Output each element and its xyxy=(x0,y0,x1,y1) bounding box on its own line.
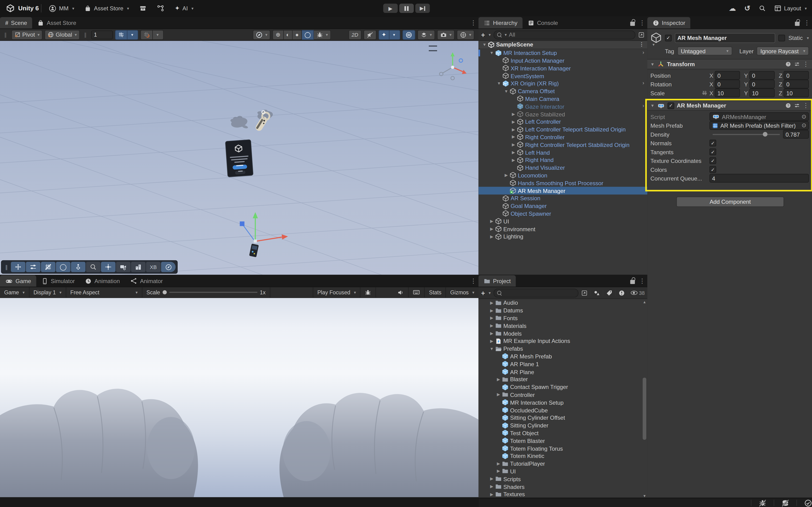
project-row[interactable]: Totem Blaster xyxy=(478,437,648,445)
focus-mode-dropdown[interactable]: Play Focused▾ xyxy=(313,287,361,297)
hierarchy-row[interactable]: AR Mesh Manager xyxy=(478,187,648,194)
tag-dropdown[interactable]: Untagged▾ xyxy=(677,47,732,55)
slider-handle[interactable] xyxy=(163,290,167,294)
transform-header[interactable]: ▼ Transform ? ⋮ xyxy=(647,59,812,69)
project-row[interactable]: AR Plane xyxy=(478,368,648,376)
lock-icon[interactable] xyxy=(630,21,635,25)
project-row[interactable]: Sitting Cylinder xyxy=(478,421,648,429)
hierarchy-row[interactable]: Gaze Interactor› xyxy=(478,103,648,110)
debug-pause-button[interactable] xyxy=(361,287,376,297)
camera-preview-button[interactable] xyxy=(116,262,131,272)
hierarchy-row[interactable]: ▶Right Controller Teleport Stabilized Or… xyxy=(478,141,648,149)
foldout-arrow[interactable]: ▶ xyxy=(489,339,495,343)
normals-checkbox[interactable]: ✓ xyxy=(710,139,716,147)
project-row[interactable]: ▶Audio xyxy=(478,299,648,307)
game-keyboard-button[interactable] xyxy=(409,287,425,297)
transform-position-z-field[interactable]: 0 xyxy=(784,71,809,79)
foldout-arrow[interactable]: ▶ xyxy=(511,150,516,155)
foldout-arrow[interactable]: ▼ xyxy=(503,89,509,94)
transform-gizmo[interactable] xyxy=(233,199,295,261)
cache-server-disabled-icon[interactable] xyxy=(781,499,789,507)
game-audio-toggle[interactable] xyxy=(393,287,409,297)
project-row[interactable]: ▶TutorialPlayer xyxy=(478,460,648,467)
active-checkbox[interactable]: ✓ xyxy=(665,35,672,41)
create-button[interactable]: + xyxy=(481,31,485,39)
step-button[interactable]: ▶ xyxy=(415,3,430,13)
unlit-button[interactable]: ● xyxy=(293,30,302,40)
hierarchy-search-input[interactable]: ▾ All xyxy=(493,30,636,39)
static-dropdown-icon[interactable]: ▾ xyxy=(807,36,809,40)
project-row[interactable]: ▶Fonts xyxy=(478,314,648,322)
hierarchy-row[interactable]: ▶Environment xyxy=(478,225,648,233)
project-row[interactable]: ▶Blaster xyxy=(478,376,648,383)
project-row[interactable]: ▶Shaders xyxy=(478,483,648,491)
project-row[interactable]: Sitting Cylinder Offset xyxy=(478,414,648,421)
hierarchy-row[interactable]: ▶Lighting xyxy=(478,233,648,241)
open-prefab-chevron[interactable]: › xyxy=(643,50,644,55)
transform-rotation-z-field[interactable]: 0 xyxy=(784,79,809,88)
foldout-arrow[interactable]: ▶ xyxy=(489,219,495,224)
hierarchy-row[interactable]: ▶Right Controller xyxy=(478,133,648,141)
colors-checkbox[interactable]: ✓ xyxy=(710,166,716,173)
debugger-disabled-icon[interactable] xyxy=(759,499,766,507)
cloud-icon[interactable]: ☁ xyxy=(729,4,736,12)
hierarchy-row[interactable]: AR Session xyxy=(478,194,648,202)
foldout-arrow[interactable]: ▼ xyxy=(496,81,502,86)
foldout-arrow[interactable]: ▶ xyxy=(496,461,501,466)
tab-animator[interactable]: Animator xyxy=(125,275,168,287)
hierarchy-row[interactable]: ▶Right Hand xyxy=(478,156,648,164)
hierarchy-row[interactable]: XR Interaction Manager xyxy=(478,64,648,72)
foldout-arrow[interactable]: ▶ xyxy=(489,331,495,336)
grid-snapping-dropdown[interactable]: ▾ xyxy=(128,30,138,40)
project-row[interactable]: ▶Materials xyxy=(478,322,648,330)
grid-toggle-button[interactable] xyxy=(41,262,55,272)
lock-icon[interactable] xyxy=(630,280,635,284)
move-tool-button[interactable] xyxy=(11,262,26,272)
project-row[interactable]: ▶Textures xyxy=(478,490,648,498)
stats-toggle[interactable]: Stats xyxy=(425,287,446,297)
pivot-mode-dropdown[interactable]: Pivot ▾ xyxy=(11,30,43,40)
concurrent-queue-field[interactable]: 4 xyxy=(710,174,809,183)
hierarchy-row[interactable]: Main Camera xyxy=(478,95,648,103)
component-enabled-checkbox[interactable]: ✓ xyxy=(667,102,674,109)
hierarchy-row[interactable]: Hands Smoothing Post Processor xyxy=(478,179,648,187)
density-field[interactable]: 0.787 xyxy=(783,130,809,138)
transform-position-y-field[interactable]: 0 xyxy=(750,71,775,79)
create-dropdown-icon[interactable]: ▾ xyxy=(489,33,491,37)
importance-filter-icon[interactable] xyxy=(618,289,625,296)
hierarchy-row[interactable]: EventSystem xyxy=(478,72,648,80)
play-button[interactable]: ▶ xyxy=(383,3,398,13)
hierarchy-row[interactable]: ▶Left Controller Teleport Stabilized Ori… xyxy=(478,125,648,133)
project-row[interactable]: MR Interaction Setup xyxy=(478,399,648,406)
history-icon[interactable]: ↺ xyxy=(744,4,751,12)
inspector-panel-menu-icon[interactable]: ⋮ xyxy=(804,19,810,26)
presets-icon[interactable] xyxy=(794,102,800,108)
lock-icon[interactable] xyxy=(795,21,800,25)
tab-animation[interactable]: Animation xyxy=(80,275,125,287)
tab-simulator[interactable]: Simulator xyxy=(36,275,80,287)
shaded-button[interactable]: ◐ xyxy=(284,30,293,40)
hierarchy-row[interactable]: ▼MR Interaction Setup› xyxy=(478,49,648,57)
foldout-arrow[interactable]: ▶ xyxy=(489,492,495,497)
gameobject-name-field[interactable]: AR Mesh Manager xyxy=(675,33,775,43)
ai-menu[interactable]: ✦ AI ▾ xyxy=(174,5,193,12)
mesh-prefab-field[interactable]: AR Mesh Prefab (Mesh Filter) ⊙ xyxy=(710,121,809,130)
view-orientation-gizmo[interactable] xyxy=(437,51,469,83)
script-field[interactable]: ARMeshManager ⊙ xyxy=(710,112,809,121)
foldout-arrow[interactable]: ▼ xyxy=(650,62,654,66)
hierarchy-panel-menu-icon[interactable]: ⋮ xyxy=(639,19,645,26)
tab-console[interactable]: Console xyxy=(522,17,563,29)
game-target-dropdown[interactable]: Game▾ xyxy=(0,287,30,297)
handle-space-dropdown[interactable]: Global ▾ xyxy=(45,30,80,40)
hierarchy-row[interactable]: ▶UI xyxy=(478,217,648,225)
tab-hierarchy[interactable]: Hierarchy xyxy=(478,17,523,29)
drag-handle[interactable]: ∥ xyxy=(4,32,7,38)
foldout-arrow[interactable]: ▶ xyxy=(511,127,516,132)
aspect-dropdown[interactable]: Free Aspect▾ xyxy=(66,287,142,297)
effects-toggle[interactable]: ✦ xyxy=(378,30,390,40)
component-menu-icon[interactable]: ⋮ xyxy=(803,102,809,109)
filter-by-label-icon[interactable] xyxy=(606,289,613,296)
visible-count[interactable]: 38 xyxy=(630,290,645,295)
open-prefab-chevron[interactable]: › xyxy=(643,103,644,109)
scene-viewport[interactable]: ∥ ◯ XB xyxy=(0,41,478,276)
